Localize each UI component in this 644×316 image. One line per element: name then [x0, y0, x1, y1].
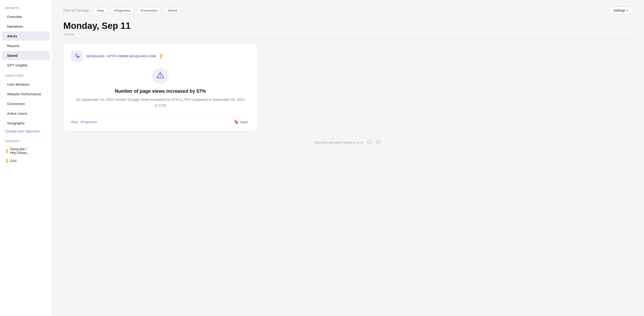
- date-heading: Monday, Sep 11: [63, 21, 633, 31]
- filter-label: Filter by hashtags: [63, 9, 90, 12]
- card-main-text: Number of page views increased by 57%: [71, 89, 250, 94]
- settings-button[interactable]: Settings ▾: [609, 7, 633, 14]
- main-content: Filter by hashtags #Day #Pageviews #Conv…: [52, 0, 644, 316]
- sidebar-item-alerts[interactable]: Alerts: [2, 32, 50, 41]
- chevron-down-icon: ▾: [627, 9, 628, 12]
- narrative-card: $ SEOQUAKE / HTTP://WWW.SEOQUAKE.COM ▐: [63, 44, 257, 131]
- bookmark-icon: 🔖: [234, 120, 239, 124]
- viewed-label: Viewed: [63, 33, 633, 39]
- objectives-section-label: OBJECTIVES: [0, 74, 52, 80]
- svg-rect-5: [160, 74, 160, 76]
- sidebar-item-saved[interactable]: Saved: [2, 51, 50, 60]
- hashtag-pageviews[interactable]: #Pageviews: [110, 7, 134, 14]
- sidebar-item-overview[interactable]: Overview: [2, 12, 50, 21]
- sources-section-label: SOURCES: [0, 140, 52, 145]
- card-source-row: $ SEOQUAKE / HTTP://WWW.SEOQUAKE.COM ▐: [71, 50, 250, 62]
- helpful-row: Was this narrative helpful to you?: [63, 139, 633, 146]
- close-icon[interactable]: [376, 139, 381, 146]
- bar-chart-icon-seoquake: ▐: [5, 149, 8, 153]
- document-icon: $: [74, 53, 80, 60]
- hashtag-conversion[interactable]: #Conversion: [137, 7, 161, 14]
- insights-section-label: INSIGHTS: [0, 7, 52, 12]
- save-button[interactable]: 🔖 Save: [232, 119, 250, 125]
- sidebar-source-ga4[interactable]: ▐ GA4: [0, 157, 52, 165]
- sidebar-item-gpt-insights[interactable]: GPT Insights: [2, 61, 50, 70]
- change-objectives-link[interactable]: Change your objectives: [0, 128, 52, 136]
- card-sub-text: On September 10, 2023 number of page vie…: [71, 97, 250, 108]
- card-source-name: SEOQUAKE / HTTP://WWW.SEOQUAKE.COM ▐: [86, 54, 162, 58]
- sidebar-item-reports[interactable]: Reports: [2, 41, 50, 50]
- bar-chart-icon-ga4: ▐: [5, 159, 8, 163]
- svg-point-6: [160, 76, 161, 77]
- svg-rect-2: [76, 55, 76, 55]
- sidebar-item-user-behavior[interactable]: User Behavior: [2, 80, 50, 89]
- card-tags: #Day #Pageviews: [71, 120, 97, 124]
- card-tag-day[interactable]: #Day: [71, 120, 78, 124]
- warning-triangle-icon: [156, 71, 164, 81]
- card-alert-icon-wrap: [71, 68, 250, 84]
- sidebar-item-narratives[interactable]: Narratives: [2, 22, 50, 31]
- hashtag-day[interactable]: #Day: [94, 7, 108, 14]
- topbar: Filter by hashtags #Day #Pageviews #Conv…: [63, 7, 633, 14]
- card-source-icon-wrap: $: [71, 50, 83, 62]
- thumbs-up-icon[interactable]: [367, 139, 372, 146]
- alert-circle: [152, 68, 168, 84]
- sidebar-item-website-performance[interactable]: Website Performance: [2, 89, 50, 99]
- sidebar-item-conversion[interactable]: Conversion: [2, 99, 50, 108]
- sidebar: INSIGHTS Overview Narratives Alerts Repo…: [0, 0, 52, 316]
- filter-area: Filter by hashtags #Day #Pageviews #Conv…: [63, 7, 609, 14]
- card-tag-pageviews[interactable]: #Pageviews: [80, 120, 97, 124]
- sidebar-source-seoquake[interactable]: ▐ Seoquake / Http://Www...: [0, 145, 52, 157]
- hashtag-event[interactable]: #Event: [164, 7, 180, 14]
- helpful-question: Was this narrative helpful to you?: [315, 141, 364, 145]
- bar-chart-icon-card: ▐: [159, 54, 162, 58]
- card-footer: #Day #Pageviews 🔖 Save: [71, 115, 250, 125]
- svg-rect-1: [76, 54, 77, 55]
- sidebar-item-active-users[interactable]: Active Users: [2, 109, 50, 118]
- sidebar-item-geography[interactable]: Geography: [2, 119, 50, 128]
